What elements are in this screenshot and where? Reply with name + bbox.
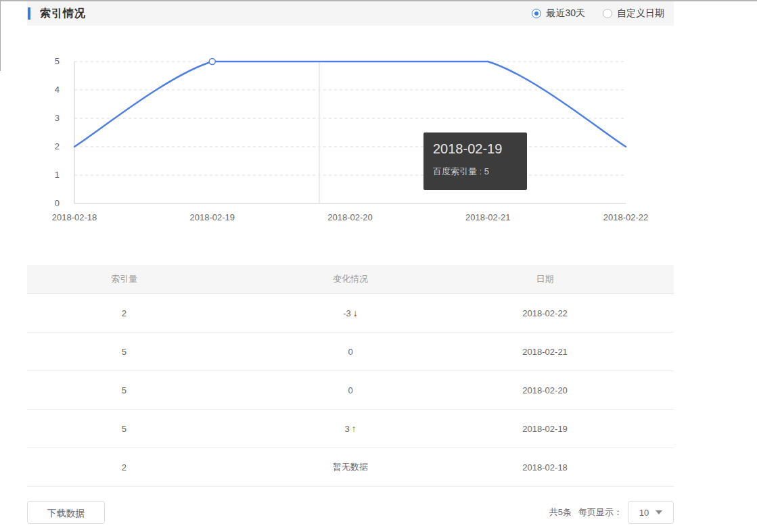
title-accent-bar [28, 7, 30, 20]
index-value-cell: 2 [27, 448, 221, 487]
panel-header: 索引情况 最近30天 自定义日期 [27, 1, 674, 26]
change-cell: -3↓ [221, 294, 480, 333]
index-value-cell: 5 [27, 410, 221, 448]
x-axis-label: 2018-02-21 [465, 212, 511, 222]
radio-last-30-days[interactable]: 最近30天 [532, 7, 585, 20]
chevron-down-icon [656, 510, 662, 514]
table-row: 5 0 2018-02-20 [27, 371, 674, 410]
y-tick-label: 1 [55, 170, 60, 180]
change-value: 0 [348, 347, 352, 357]
radio-label[interactable]: 自定义日期 [617, 7, 664, 20]
table-row: 2 暂无数据 2018-02-18 [27, 448, 674, 487]
table-row: 2 -3↓ 2018-02-22 [27, 294, 674, 333]
change-cell: 0 [221, 371, 480, 410]
arrow-up-icon: ↑ [352, 423, 357, 434]
page-title: 索引情况 [40, 7, 86, 21]
change-value: 0 [348, 385, 352, 395]
date-range-options: 最近30天 自定义日期 [514, 7, 674, 20]
column-header-index: 索引量 [27, 265, 221, 294]
series-line [74, 62, 626, 147]
change-value: 3 [344, 424, 349, 434]
index-trend-chart: 0123452018-02-182018-02-192018-02-202018… [27, 41, 674, 243]
y-tick-label: 4 [55, 84, 60, 95]
radio-icon[interactable] [603, 9, 612, 18]
page-size-dropdown[interactable]: 10 [628, 501, 674, 524]
radio-label[interactable]: 最近30天 [546, 7, 585, 20]
date-cell: 2018-02-20 [480, 371, 674, 410]
y-tick-label: 0 [55, 198, 60, 208]
y-tick-label: 5 [55, 56, 60, 66]
change-cell: 0 [221, 333, 480, 371]
y-tick-label: 2 [55, 141, 60, 151]
tooltip-value: 百度索引量 : 5 [433, 166, 518, 178]
panel-header-left: 索引情况 [27, 7, 86, 21]
arrow-down-icon: ↓ [353, 308, 358, 318]
table-footer: 下载数据 共5条 每页显示： 10 [27, 501, 674, 524]
date-cell: 2018-02-21 [480, 333, 674, 371]
change-value: -3 [343, 308, 351, 318]
index-line-chart-canvas[interactable]: 0123452018-02-182018-02-192018-02-202018… [27, 41, 674, 243]
x-axis-label: 2018-02-20 [327, 212, 373, 222]
column-header-date: 日期 [480, 265, 674, 294]
total-count-label: 共5条 [549, 506, 572, 518]
y-tick-label: 3 [55, 113, 60, 123]
radio-icon[interactable] [532, 9, 541, 18]
change-cell: 暂无数据 [221, 448, 480, 487]
change-cell: 3↑ [221, 410, 480, 448]
table-header-row: 索引量 变化情况 日期 [27, 265, 674, 294]
per-page-label: 每页显示： [578, 506, 622, 518]
x-axis-label: 2018-02-18 [52, 212, 97, 222]
x-axis-label: 2018-02-22 [603, 212, 649, 222]
table-row: 5 0 2018-02-21 [27, 333, 674, 371]
left-edge-divider [0, 0, 1, 71]
column-header-change: 变化情况 [221, 265, 480, 294]
index-value-cell: 5 [27, 333, 221, 371]
index-value-cell: 5 [27, 371, 221, 410]
radio-custom-date[interactable]: 自定义日期 [603, 7, 664, 20]
hover-point-marker [209, 59, 215, 65]
index-value-cell: 2 [27, 294, 221, 333]
x-axis-label: 2018-02-19 [190, 212, 235, 222]
change-value: 暂无数据 [333, 462, 368, 472]
tooltip-date: 2018-02-19 [433, 140, 518, 158]
index-status-page: 索引情况 最近30天 自定义日期 0123452018-02-182018-02… [0, 0, 757, 532]
download-data-button[interactable]: 下载数据 [27, 501, 105, 524]
date-cell: 2018-02-19 [480, 410, 674, 448]
date-cell: 2018-02-18 [480, 448, 674, 487]
date-cell: 2018-02-22 [480, 294, 674, 333]
chart-tooltip: 2018-02-19 百度索引量 : 5 [423, 132, 527, 190]
page-size-value[interactable]: 10 [639, 508, 649, 518]
panel-content: 索引情况 最近30天 自定义日期 0123452018-02-182018-02… [27, 1, 674, 524]
table-row: 5 3↑ 2018-02-19 [27, 410, 674, 448]
pagination-controls: 共5条 每页显示： 10 [549, 501, 674, 524]
index-data-table: 索引量 变化情况 日期 2 -3↓ 2018-02-22 5 0 2018-02… [27, 265, 674, 487]
